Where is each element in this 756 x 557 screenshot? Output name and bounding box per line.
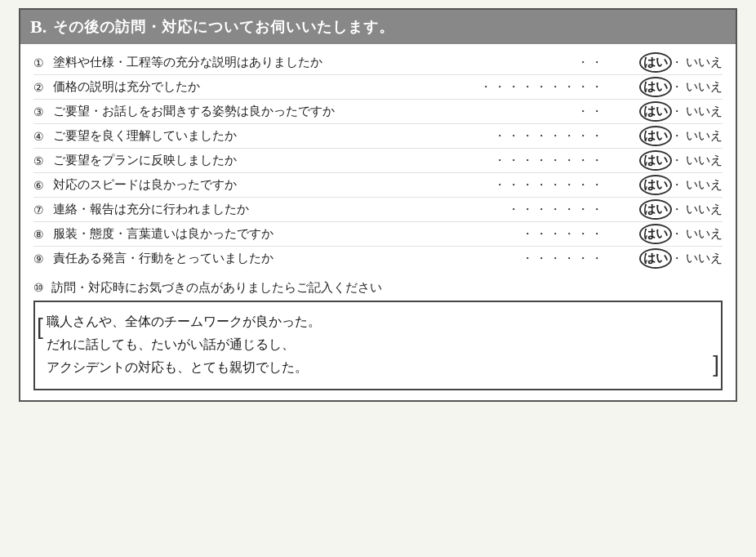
free-text-num: ⑩ bbox=[33, 281, 44, 294]
q6-text: 対応のスピードは良かったですか bbox=[53, 177, 491, 193]
q1-text: 塗料や仕様・工程等の充分な説明はありましたか bbox=[53, 55, 574, 70]
q5-num: ⑤ bbox=[33, 154, 53, 167]
q1-dot: ・ bbox=[671, 56, 683, 70]
question-row-7: ⑦ 連絡・報告は充分に行われましたか ・・・・・・・ はい ・ いいえ bbox=[33, 198, 723, 222]
free-text-label: ⑩ 訪問・対応時にお気づきの点がありましたらご記入ください bbox=[33, 280, 723, 296]
question-row-2: ② 価格の説明は充分でしたか ・・・・・・・・・ はい ・ いいえ bbox=[33, 75, 723, 100]
q5-dot: ・ bbox=[671, 154, 683, 168]
q2-iie: いいえ bbox=[686, 79, 723, 95]
q2-num: ② bbox=[33, 81, 53, 94]
q9-dots: ・・・・・・ bbox=[522, 252, 605, 266]
q2-hai: はい bbox=[643, 79, 668, 95]
q3-dot: ・ bbox=[671, 105, 683, 119]
q8-dot: ・ bbox=[671, 227, 683, 242]
q9-text: 責任ある発言・行動をとっていましたか bbox=[53, 251, 518, 266]
q5-dots: ・・・・・・・・ bbox=[494, 154, 605, 168]
free-text-label-text: 訪問・対応時にお気づきの点がありましたらご記入ください bbox=[51, 281, 382, 294]
q5-answer: はい ・ いいえ bbox=[608, 153, 723, 168]
question-row-4: ④ ご要望を良く理解していましたか ・・・・・・・・ はい ・ いいえ bbox=[33, 124, 723, 149]
question-row-1: ① 塗料や仕様・工程等の充分な説明はありましたか ・・ はい ・ いいえ bbox=[33, 51, 723, 75]
q6-num: ⑥ bbox=[33, 179, 53, 192]
q4-text: ご要望を良く理解していましたか bbox=[53, 128, 491, 144]
q1-answer: はい ・ いいえ bbox=[608, 55, 723, 70]
q1-dots: ・・ bbox=[577, 56, 605, 70]
q8-text: 服装・態度・言葉遣いは良かったですか bbox=[53, 226, 518, 242]
section-letter: B. bbox=[30, 16, 47, 38]
q9-hai: はい bbox=[643, 251, 668, 266]
q7-text: 連絡・報告は充分に行われましたか bbox=[53, 202, 505, 217]
q7-answer: はい ・ いいえ bbox=[608, 202, 723, 217]
q8-num: ⑧ bbox=[33, 228, 53, 241]
q7-dots: ・・・・・・・ bbox=[508, 203, 605, 217]
section-header: B. その後の訪問・対応についてお伺いいたします。 bbox=[20, 10, 736, 44]
question-row-8: ⑧ 服装・態度・言葉遣いは良かったですか ・・・・・・ はい ・ いいえ bbox=[33, 222, 723, 247]
q3-dots: ・・ bbox=[577, 105, 605, 119]
q2-text: 価格の説明は充分でしたか bbox=[53, 79, 477, 95]
q9-dot: ・ bbox=[671, 252, 683, 266]
free-text-line2: だれに話しても、たいがい話が通じるし、 bbox=[47, 333, 709, 356]
q4-answer: はい ・ いいえ bbox=[608, 128, 723, 144]
q7-hai: はい bbox=[643, 202, 668, 217]
q4-hai: はい bbox=[643, 128, 668, 144]
q6-answer: はい ・ いいえ bbox=[608, 177, 723, 193]
q6-dot: ・ bbox=[671, 178, 683, 193]
free-text-line3: アクシデントの対応も、とても親切でした。 bbox=[47, 356, 709, 379]
bracket-right: ] bbox=[713, 345, 719, 384]
q9-iie: いいえ bbox=[686, 251, 723, 266]
q7-num: ⑦ bbox=[33, 203, 53, 216]
q4-dot: ・ bbox=[671, 129, 683, 144]
q8-dots: ・・・・・・ bbox=[522, 227, 605, 242]
q4-dots: ・・・・・・・・ bbox=[494, 129, 605, 144]
free-text-box: [ 職人さんや、全体のチームワークが良かった。 だれに話しても、たいがい話が通じ… bbox=[33, 301, 723, 390]
free-text-line1: 職人さんや、全体のチームワークが良かった。 bbox=[47, 310, 709, 333]
q3-hai: はい bbox=[643, 104, 668, 119]
q6-hai: はい bbox=[643, 177, 668, 193]
q8-iie: いいえ bbox=[686, 226, 723, 242]
q3-num: ③ bbox=[33, 105, 53, 118]
bracket-left: [ bbox=[37, 307, 43, 346]
q6-iie: いいえ bbox=[686, 177, 723, 193]
q1-num: ① bbox=[33, 56, 53, 69]
questions-area: ① 塗料や仕様・工程等の充分な説明はありましたか ・・ はい ・ いいえ ② 価… bbox=[20, 44, 736, 277]
question-row-5: ⑤ ご要望をプランに反映しましたか ・・・・・・・・ はい ・ いいえ bbox=[33, 149, 723, 173]
q5-iie: いいえ bbox=[686, 153, 723, 168]
q2-answer: はい ・ いいえ bbox=[608, 79, 723, 95]
question-row-6: ⑥ 対応のスピードは良かったですか ・・・・・・・・ はい ・ いいえ bbox=[33, 173, 723, 198]
q2-dot: ・ bbox=[671, 80, 683, 95]
question-row-3: ③ ご要望・お話しをお聞きする姿勢は良かったですか ・・ はい ・ いいえ bbox=[33, 100, 723, 124]
q3-answer: はい ・ いいえ bbox=[608, 104, 723, 119]
q7-dot: ・ bbox=[671, 203, 683, 217]
q6-dots: ・・・・・・・・ bbox=[494, 178, 605, 193]
q7-iie: いいえ bbox=[686, 202, 723, 217]
q9-num: ⑨ bbox=[33, 252, 53, 265]
free-text-content: 職人さんや、全体のチームワークが良かった。 だれに話しても、たいがい話が通じるし… bbox=[47, 310, 709, 379]
q4-iie: いいえ bbox=[686, 128, 723, 144]
q8-answer: はい ・ いいえ bbox=[608, 226, 723, 242]
q3-text: ご要望・お話しをお聞きする姿勢は良かったですか bbox=[53, 104, 574, 119]
q9-answer: はい ・ いいえ bbox=[608, 251, 723, 266]
q1-hai: はい bbox=[643, 55, 668, 70]
q4-num: ④ bbox=[33, 130, 53, 143]
q3-iie: いいえ bbox=[686, 104, 723, 119]
q5-hai: はい bbox=[643, 153, 668, 168]
question-row-9: ⑨ 責任ある発言・行動をとっていましたか ・・・・・・ はい ・ いいえ bbox=[33, 247, 723, 270]
q8-hai: はい bbox=[643, 226, 668, 242]
survey-container: B. その後の訪問・対応についてお伺いいたします。 ① 塗料や仕様・工程等の充分… bbox=[19, 8, 737, 402]
q5-text: ご要望をプランに反映しましたか bbox=[53, 153, 491, 168]
q1-iie: いいえ bbox=[686, 55, 723, 70]
section-title: その後の訪問・対応についてお伺いいたします。 bbox=[53, 17, 394, 37]
free-text-section: ⑩ 訪問・対応時にお気づきの点がありましたらご記入ください [ 職人さんや、全体… bbox=[20, 277, 736, 400]
q2-dots: ・・・・・・・・・ bbox=[480, 80, 605, 95]
